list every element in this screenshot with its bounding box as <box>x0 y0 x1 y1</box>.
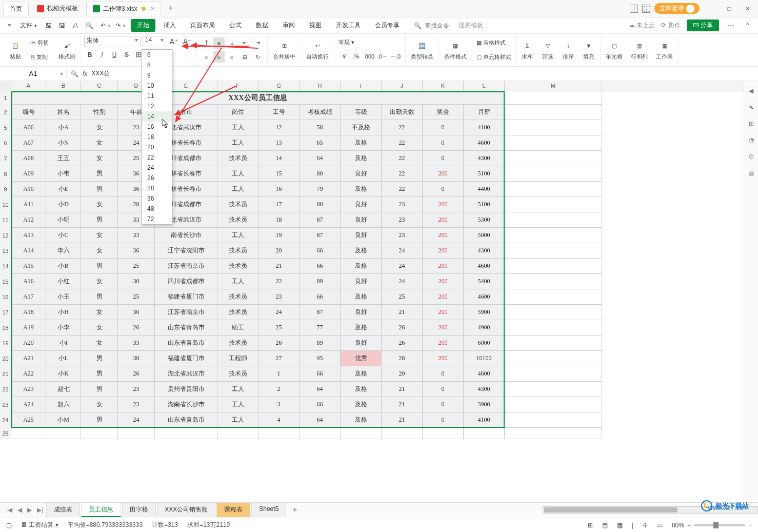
cell[interactable]: 小王 <box>46 289 81 305</box>
row-header[interactable]: 8 <box>0 166 11 182</box>
tab-workbook[interactable]: 工作簿3.xlsx× <box>86 2 161 16</box>
cell[interactable]: 5000 <box>464 228 505 243</box>
font-size-option-14[interactable]: 14 <box>142 111 172 122</box>
cell[interactable]: 赵七 <box>46 382 81 397</box>
row-header[interactable]: 2 <box>0 105 11 120</box>
cell[interactable]: 64 <box>300 412 341 428</box>
cell[interactable]: 25 <box>118 289 155 305</box>
sheet-nav-last[interactable]: ▶| <box>35 506 45 514</box>
cell[interactable]: A14 <box>11 243 46 259</box>
formula-input[interactable]: XXX公 <box>91 69 110 78</box>
print-icon[interactable]: 🖨 <box>70 20 81 31</box>
font-size-option-36[interactable]: 36 <box>142 193 172 204</box>
cell[interactable]: 小D <box>46 197 81 212</box>
ribbon-tab-2[interactable]: 页面布局 <box>184 19 221 32</box>
cell[interactable] <box>505 105 602 120</box>
cell[interactable]: A22 <box>11 366 46 382</box>
focus-mode-icon[interactable]: ▭ <box>657 522 663 529</box>
cell[interactable]: 小C <box>46 228 81 243</box>
cell[interactable]: 山东省青岛市 <box>155 320 217 336</box>
cell[interactable]: 4600 <box>464 135 505 151</box>
cell[interactable]: 4300 <box>464 151 505 166</box>
cell[interactable] <box>464 428 505 439</box>
command-search-input[interactable] <box>425 22 455 29</box>
cell[interactable]: 58 <box>300 120 341 135</box>
cell[interactable] <box>505 397 602 412</box>
cell[interactable]: 女 <box>81 397 118 412</box>
cell[interactable]: 14 <box>258 151 300 166</box>
cell[interactable]: 山东省青岛市 <box>155 412 217 428</box>
col-header-I[interactable]: I <box>341 81 382 91</box>
cell[interactable]: 男 <box>81 182 118 197</box>
login-button[interactable]: 立即登录 <box>654 3 700 14</box>
cell[interactable]: 等级 <box>341 105 382 120</box>
cell[interactable]: 13 <box>258 135 300 151</box>
merge-center-button[interactable]: ⊞合并居中 <box>270 38 298 62</box>
cell[interactable]: 男 <box>81 212 118 228</box>
italic-button[interactable]: I <box>96 49 108 61</box>
cell[interactable]: 66 <box>300 289 341 305</box>
cell[interactable]: 技术员 <box>217 197 258 212</box>
cell[interactable]: 工人 <box>217 166 258 182</box>
font-size-option-8[interactable]: 8 <box>142 60 172 70</box>
cell[interactable]: A15 <box>11 259 46 274</box>
cell[interactable]: 江苏省南京市 <box>155 305 217 320</box>
cell[interactable]: 22 <box>382 182 423 197</box>
cell[interactable] <box>46 428 81 439</box>
copy-button[interactable]: ⎘复制 <box>29 52 51 62</box>
name-box[interactable]: ▾ <box>0 70 67 77</box>
cell[interactable] <box>155 428 217 439</box>
cell[interactable]: 200 <box>423 305 464 320</box>
ribbon-tab-6[interactable]: 视图 <box>303 19 328 32</box>
close-icon[interactable]: × <box>151 5 154 12</box>
cell[interactable]: 87 <box>300 212 341 228</box>
coop-button[interactable]: ⟳ 协作 <box>661 21 680 30</box>
cell[interactable]: A25 <box>11 412 46 428</box>
cell[interactable]: 良好 <box>341 228 382 243</box>
cell[interactable]: 24 <box>118 412 155 428</box>
row-header[interactable]: 22 <box>0 382 11 397</box>
type-convert-button[interactable]: 🔤类型转换 <box>408 38 436 62</box>
cell[interactable]: 23 <box>118 382 155 397</box>
cell[interactable]: 福建省厦门市 <box>155 351 217 366</box>
cell[interactable]: 5300 <box>464 212 505 228</box>
cell[interactable]: 66 <box>300 366 341 382</box>
font-size-option-20[interactable]: 20 <box>142 142 172 152</box>
align-right-icon[interactable]: ≡ <box>226 51 237 63</box>
sheet-nav-next[interactable]: ▶ <box>25 506 34 514</box>
zoom-out-button[interactable]: − <box>687 522 691 529</box>
cell[interactable]: 湖南省长沙市 <box>155 397 217 412</box>
cell[interactable]: 200 <box>423 320 464 336</box>
cell[interactable] <box>505 135 602 151</box>
wrap-text-button[interactable]: ↩自动换行 <box>303 38 332 62</box>
cell-style-button[interactable]: ▢单元格样式 <box>474 52 513 62</box>
cell[interactable]: 64 <box>300 382 341 397</box>
zoom-in-button[interactable]: + <box>748 522 752 529</box>
template-search[interactable]: 搜索模板 <box>458 21 483 30</box>
cell[interactable]: 小K <box>46 366 81 382</box>
cell[interactable]: 0 <box>423 151 464 166</box>
save-icon[interactable]: 🖫 <box>43 20 54 31</box>
cell[interactable]: 5100 <box>464 197 505 212</box>
cell[interactable]: 男 <box>81 351 118 366</box>
underline-button[interactable]: U <box>109 49 120 61</box>
cell[interactable]: 79 <box>300 182 341 197</box>
cell[interactable]: 0 <box>423 382 464 397</box>
cell[interactable]: 女 <box>81 151 118 166</box>
cell[interactable]: 男 <box>81 382 118 397</box>
cell[interactable]: 女 <box>81 228 118 243</box>
collapse-ribbon-icon[interactable]: ⌃ <box>743 20 753 31</box>
cell[interactable] <box>505 336 602 351</box>
cell[interactable]: 技术员 <box>217 243 258 259</box>
cell[interactable]: A24 <box>11 397 46 412</box>
cell[interactable]: 南省长沙市 <box>155 228 217 243</box>
cell[interactable]: 16 <box>258 182 300 197</box>
print-preview-icon[interactable]: 🔍 <box>83 20 96 31</box>
cell[interactable] <box>118 428 155 439</box>
cell[interactable] <box>382 428 423 439</box>
hamburger-icon[interactable]: ≡ <box>5 20 14 31</box>
cell[interactable]: 不及格 <box>341 120 382 135</box>
cell[interactable]: 四川省成都市 <box>155 274 217 289</box>
ribbon-tab-0[interactable]: 开始 <box>131 19 155 32</box>
percent-icon[interactable]: % <box>351 51 363 62</box>
